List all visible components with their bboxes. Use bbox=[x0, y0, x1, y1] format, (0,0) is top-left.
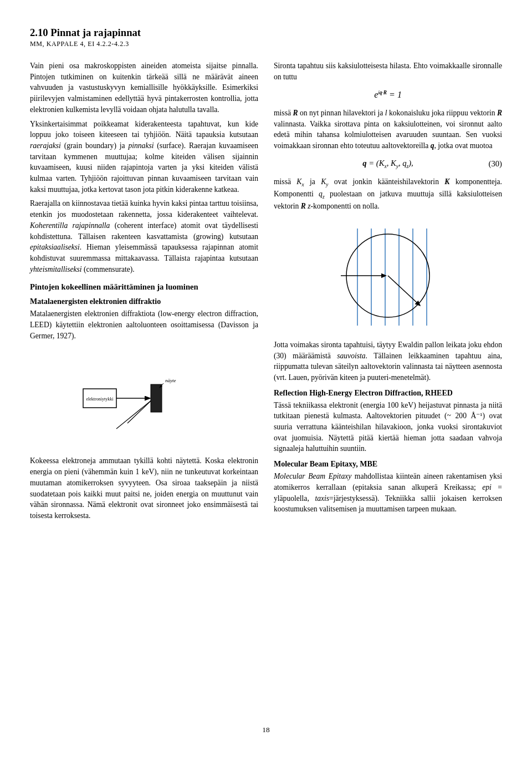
rheed-paragraph-1: Tässä tekniikassa elektronit (energia 10… bbox=[274, 400, 502, 455]
leed-diagram: elektroniytykki näyte bbox=[30, 351, 258, 445]
mbe-paragraph-1: Molecular Beam Epitaxy mahdollistaa kiin… bbox=[274, 471, 502, 515]
intro-paragraph-3: Raerajalla on kiinnostavaa tietää kuinka… bbox=[30, 198, 258, 275]
right-column: Sironta tapahtuu siis kaksiulotteisesta … bbox=[274, 60, 502, 714]
leed-paragraph-2: Kokeessa elektroneja ammutaan tykillä ko… bbox=[30, 455, 258, 521]
q-equation: q = (Kx, Ky, qz), (30) bbox=[274, 157, 502, 171]
ewald-equation: eiq·R = 1 bbox=[274, 88, 502, 102]
sironta-paragraph-1: Sironta tapahtuu siis kaksiulotteisesta … bbox=[274, 60, 502, 82]
page-number: 18 bbox=[30, 726, 502, 734]
ewald-sphere-diagram bbox=[274, 217, 502, 334]
svg-line-4 bbox=[116, 400, 152, 429]
ewald-paragraph-1: Jotta voimakas sironta tapahtuisi, täyty… bbox=[274, 339, 502, 383]
mbe-heading: Molecular Beam Epitaxy, MBE bbox=[274, 460, 502, 469]
chapter-title: 2.10 Pinnat ja rajapinnat bbox=[30, 27, 141, 39]
page: 2.10 Pinnat ja rajapinnat MM, KAPPALE 4,… bbox=[0, 0, 532, 761]
section1-heading: Pintojen kokeellinen määrittäminen ja lu… bbox=[30, 282, 258, 292]
chapter-subtitle: MM, KAPPALE 4, EI 4.2.2-4.2.3 bbox=[30, 40, 141, 48]
reflection-heading: Reflection High-Energy Electron Diffract… bbox=[274, 389, 502, 398]
ewald-sphere-svg bbox=[330, 217, 446, 334]
svg-line-16 bbox=[388, 276, 420, 305]
svg-text:elektroniytykki: elektroniytykki bbox=[86, 397, 114, 402]
intro-paragraph-1: Vain pieni osa makroskoppisten aineiden … bbox=[30, 60, 258, 115]
sironta-paragraph-3: missä Kx ja Ky ovat jonkin käänteishilav… bbox=[274, 176, 502, 212]
svg-rect-5 bbox=[151, 384, 162, 412]
equation-number: (30) bbox=[489, 158, 502, 170]
intro-paragraph-2: Yksinkertaisimmat poikkeamat kiderakente… bbox=[30, 119, 258, 195]
leed-diagram-svg: elektroniytykki näyte bbox=[78, 351, 211, 445]
leed-paragraph-1: Matalaenergisten elektronien diffraktiot… bbox=[30, 308, 258, 341]
left-column: Vain pieni osa makroskoppisten aineiden … bbox=[30, 60, 258, 714]
two-col-layout: Vain pieni osa makroskoppisten aineiden … bbox=[30, 60, 502, 714]
svg-text:näyte: näyte bbox=[165, 378, 176, 383]
sironta-paragraph-2: missä R on nyt pinnan hilavektori ja l k… bbox=[274, 108, 502, 151]
subsection1-heading: Matalaenergisten elektronien diffraktio bbox=[30, 297, 258, 306]
svg-line-3 bbox=[127, 400, 152, 423]
